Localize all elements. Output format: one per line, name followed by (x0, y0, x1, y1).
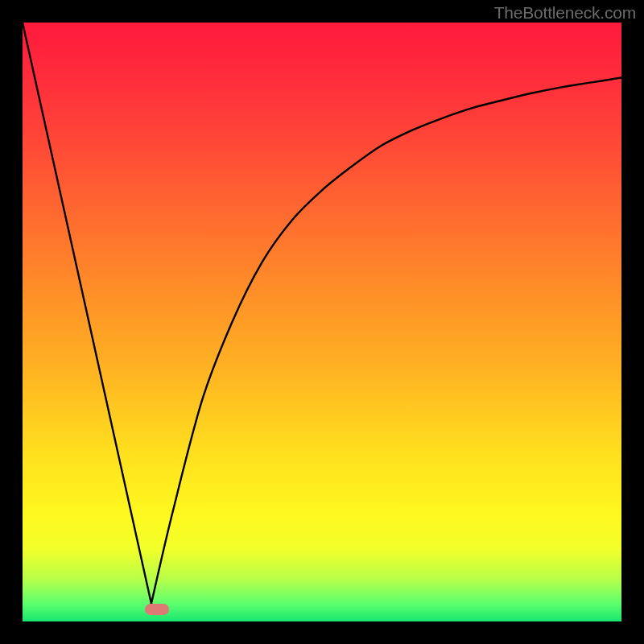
curve-layer (23, 23, 621, 621)
right-curve (151, 77, 621, 603)
minimum-marker (145, 604, 169, 615)
watermark-text: TheBottleneck.com (494, 3, 636, 23)
left-line (23, 23, 151, 604)
